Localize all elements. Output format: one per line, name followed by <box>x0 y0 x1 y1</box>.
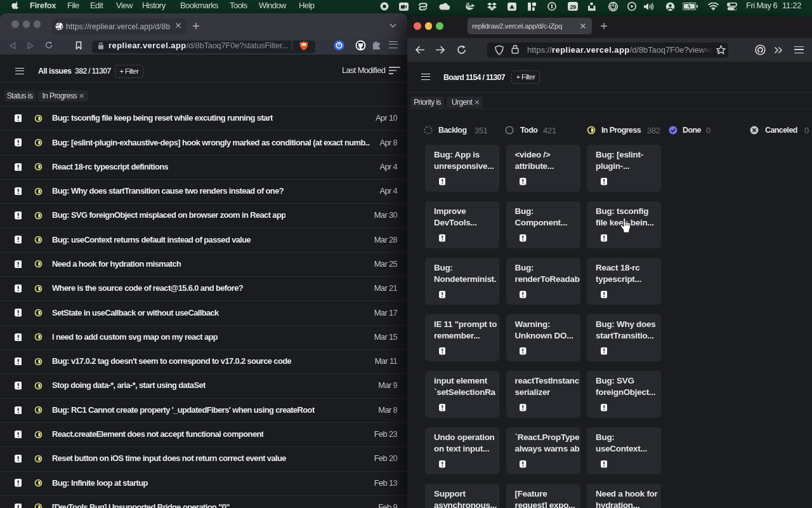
svg-text:29: 29 <box>570 3 576 10</box>
